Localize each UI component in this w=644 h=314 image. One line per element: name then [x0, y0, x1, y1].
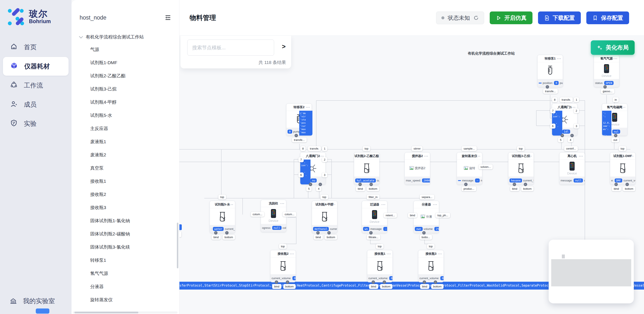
port-handle-icon[interactable]: ›	[214, 231, 218, 235]
port-7[interactable]: 7	[298, 157, 304, 162]
tree-item-主反应器[interactable]: 主反应器	[72, 122, 179, 135]
port-top[interactable]: top	[320, 195, 328, 199]
port-handle-icon[interactable]: ›	[546, 85, 549, 89]
canvas-node-receiver-2[interactable]: 接收瓶2•••current_volume:0topbind›bottom›	[270, 250, 296, 282]
port-stirrer[interactable]: stirrer	[412, 146, 422, 151]
port-out[interactable]: out	[612, 138, 619, 142]
port-top[interactable]: top	[517, 146, 524, 151]
port-bind[interactable]: bind	[408, 213, 417, 218]
port-separa[interactable]: separa...	[420, 195, 434, 199]
canvas-node-valve-8way-2[interactable]: 八通阀门2•••status:nu7', ion': . , ' .8trans…	[300, 152, 326, 185]
node-menu-icon[interactable]: •••	[280, 200, 284, 207]
port-handle-icon[interactable]: ›	[286, 281, 289, 284]
port-top[interactable]: top	[619, 146, 626, 151]
port-handle-icon[interactable]: ›	[294, 134, 298, 137]
port-botto[interactable]: botto...	[420, 235, 432, 240]
start-simulation-button[interactable]: 开启仿真	[490, 11, 532, 24]
node-menu-icon[interactable]: •••	[387, 250, 391, 257]
canvas-node-receiver-3[interactable]: 接收瓶3•••current_volume:0topbind›bottom›	[418, 250, 444, 282]
port-handle-icon[interactable]: ›	[372, 281, 375, 284]
port-filtrate[interactable]: filtrate...	[367, 235, 380, 240]
sidebar-item-仪器耗材[interactable]: 仪器耗材	[3, 57, 68, 76]
node-menu-icon[interactable]: •••	[382, 201, 386, 208]
port-3[interactable]: 3	[574, 124, 579, 129]
port-handle-icon[interactable]: ›	[626, 183, 629, 186]
minimap-card[interactable]	[549, 240, 634, 303]
download-config-button[interactable]: 下载配置	[538, 11, 581, 24]
tree-item-接收瓶3[interactable]: 接收瓶3	[72, 201, 179, 214]
port-1[interactable]: 1	[322, 146, 327, 151]
node-menu-icon[interactable]: •••	[622, 104, 626, 111]
canvas-node-separator[interactable]: 分液器•••分液ownvolume:250separa...botto...›b…	[414, 201, 439, 233]
node-menu-icon[interactable]: •••	[557, 55, 561, 62]
port-bottom[interactable]: bottom	[367, 186, 379, 191]
port-transfe[interactable]: transfe...	[292, 138, 307, 142]
minimap-viewport[interactable]	[551, 259, 631, 286]
port-handle-icon[interactable]: ›	[423, 281, 426, 284]
port-bottom[interactable]: bottom	[623, 186, 635, 191]
canvas-node-rotary-evaporator[interactable]: 旋转蒸发仪•••旋转 message:–max_sample...produc.…	[457, 152, 482, 185]
node-menu-icon[interactable]: •••	[438, 250, 442, 257]
refresh-icon[interactable]	[473, 15, 479, 21]
tree-item-真空泵[interactable]: 真空泵	[72, 161, 179, 175]
port-retent[interactable]: retent...	[384, 213, 397, 218]
save-config-button[interactable]: 保存配置	[586, 11, 629, 24]
canvas-node-filter[interactable]: 过滤器•••Devicewnmessage:–mafilter_infiltra…	[362, 201, 387, 233]
tree-item-试剂瓶4-甲醇[interactable]: 试剂瓶4-甲醇	[72, 96, 179, 109]
port-handle-icon[interactable]: ›	[327, 231, 331, 235]
tree-item-废液瓶1[interactable]: 废液瓶1	[72, 135, 179, 148]
tree-item-试剂瓶5-水[interactable]: 试剂瓶5-水	[72, 109, 179, 122]
port-bind[interactable]: bind	[212, 235, 221, 240]
port-sample[interactable]: sample...	[462, 146, 477, 151]
port-transfe[interactable]: transfe...	[543, 89, 558, 94]
port-handle-icon[interactable]: ›	[614, 134, 618, 137]
sidebar-item-成员[interactable]: 成员	[3, 95, 68, 114]
port-bottom[interactable]: bottom	[521, 186, 534, 191]
tree-item-试剂瓶1-DMF[interactable]: 试剂瓶1-DMF	[72, 56, 179, 69]
port-gasso[interactable]: gasso...	[601, 89, 614, 94]
panel-vertical-scrollbar[interactable]	[177, 223, 178, 268]
node-menu-icon[interactable]: •••	[424, 153, 428, 159]
node-menu-icon[interactable]: •••	[630, 153, 634, 159]
port-2[interactable]: 2	[322, 157, 327, 162]
canvas-node-h2-gas-source[interactable]: 氢气气源•••Devicestatus:OPENgasso...›	[594, 55, 619, 87]
port-centrif[interactable]: centrif...	[564, 146, 578, 151]
tree-item-试剂瓶3-己烷[interactable]: 试剂瓶3-己烷	[72, 82, 179, 96]
port-solven[interactable]: solven...	[479, 164, 493, 169]
port-5[interactable]: 5	[558, 138, 563, 142]
collapse-panel-icon[interactable]	[164, 14, 172, 21]
node-menu-icon[interactable]: •••	[613, 55, 618, 62]
sidebar-item-首页[interactable]: 首页	[3, 38, 68, 56]
canvas-node-transfer-pump-2[interactable]: 转移泵2•••0pump_info:{'de 'vir 'sta 'pos 'c…	[286, 104, 312, 136]
port-handle-icon[interactable]: ›	[318, 183, 322, 186]
port-handle-icon[interactable]: ›	[464, 183, 468, 186]
port-handle-icon[interactable]: ›	[369, 231, 373, 235]
canvas-node-reagent-1-dmf[interactable]: 试剂瓶1-DMF•••e:DMFcurrent_voltopbind›botto…	[610, 152, 636, 185]
port-in[interactable]: in	[613, 97, 619, 102]
node-menu-icon[interactable]: •••	[290, 250, 294, 257]
canvas-node-elution-column[interactable]: 洗脱柱•••Deviceogress:nullcolucolum...colum…	[261, 200, 286, 232]
port-handle-icon[interactable]: ›	[422, 231, 426, 235]
port-produc[interactable]: produc...	[462, 186, 476, 191]
port-top[interactable]: top	[218, 195, 226, 199]
sidebar-item-实验[interactable]: 实验	[3, 114, 68, 133]
port-top_ph[interactable]: top_ph...	[436, 213, 450, 218]
port-handle-icon[interactable]: ›	[614, 183, 618, 186]
tree-item-试剂瓶2-乙酸乙酯[interactable]: 试剂瓶2-乙酸乙酯	[72, 69, 179, 82]
port-handle-icon[interactable]: ›	[513, 183, 516, 186]
tree-root-workstation[interactable]: 有机化学流程综合测试工作站	[72, 31, 179, 43]
port-handle-icon[interactable]: ›	[316, 231, 320, 235]
tree-item-气源[interactable]: 气源	[72, 43, 179, 56]
port-8[interactable]: 8	[300, 146, 306, 151]
sidebar-item-my-lab[interactable]: 我的实验室	[9, 297, 55, 306]
port-transfe[interactable]: transfe.	[308, 146, 321, 151]
canvas-node-h2-solenoid-valve[interactable]: 氢气电磁阀•••Devicestatus:nul': ': 12.0, ime'…	[602, 104, 628, 136]
port-bind[interactable]: bind	[272, 284, 281, 289]
port-7[interactable]: 7	[550, 108, 556, 113]
port-top[interactable]: top	[363, 146, 370, 151]
port-bind[interactable]: bind	[420, 284, 429, 289]
canvas-node-reagent-5-water[interactable]: 试剂瓶5-水•••:watercurrent_vtopbind›bottom›	[210, 201, 235, 233]
port-bind[interactable]: bind	[510, 186, 519, 191]
port-top[interactable]: top	[427, 244, 434, 249]
port-5[interactable]: 5	[306, 186, 312, 191]
